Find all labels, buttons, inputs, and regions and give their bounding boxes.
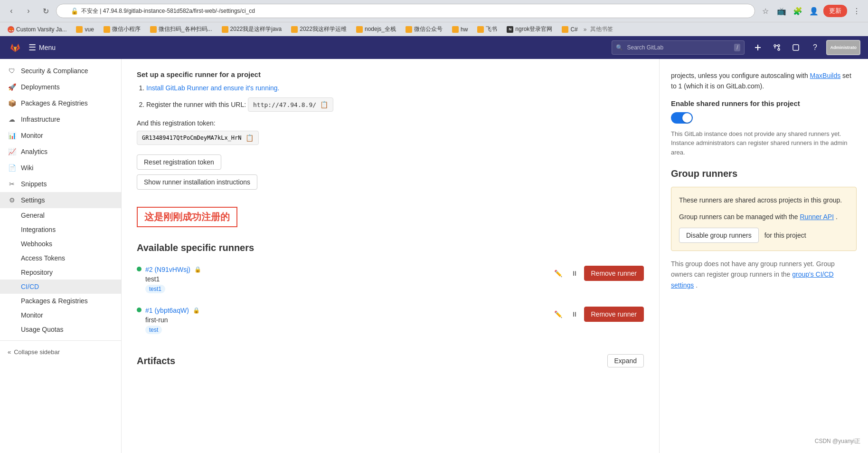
runner-pause-button-1[interactable]: ⏸ (568, 267, 581, 280)
search-icon: 🔍 (616, 44, 623, 51)
bookmark-wechat-scan[interactable]: 微信扫码_各种扫码... (146, 24, 216, 34)
sidebar-item-deployments[interactable]: 🚀 Deployments (0, 79, 121, 95)
plus-button[interactable] (750, 40, 765, 55)
bookmark-java[interactable]: 2022我是这样学java (218, 24, 286, 34)
bookmark-ngrok[interactable]: N ngrok登录官网 (503, 24, 556, 34)
runner-link-1[interactable]: #2 (N91vHWsj) (145, 266, 190, 273)
settings-icon: ⚙ (8, 196, 16, 204)
bookmark-star[interactable]: ☆ (759, 4, 772, 18)
bookmark-feishu[interactable]: 飞书 (473, 24, 501, 34)
extension-button[interactable]: 🧩 (791, 4, 804, 18)
chevron-left-icon: « (8, 348, 11, 356)
action-buttons: Reset registration token Show runner ins… (137, 154, 644, 190)
folder-icon (76, 26, 83, 33)
bookmark-custom-varsity[interactable]: 🦊 Custom Varsity Ja... (4, 25, 70, 34)
bookmarks-bar: 🦊 Custom Varsity Ja... vue 微信小程序 微信扫码_各种… (0, 22, 868, 36)
group-runners-title: Group runners (671, 168, 857, 179)
svg-point-2 (778, 45, 780, 47)
app-container: ☰ Menu 🔍 Search GitLab / ? Administrato (0, 36, 868, 453)
copy-url-button[interactable]: 📋 (320, 101, 328, 108)
sidebar-sub-access-tokens[interactable]: Access Tokens (0, 251, 121, 265)
reset-token-button[interactable]: Reset registration token (137, 154, 221, 170)
runner-api-link[interactable]: Runner API (800, 213, 834, 221)
profile-button[interactable]: 👤 (807, 4, 821, 18)
sidebar-item-snippets[interactable]: ✂ Snippets (0, 176, 121, 192)
other-bookmarks[interactable]: 其他书签 (590, 25, 613, 33)
gitlab-logo[interactable] (8, 40, 23, 55)
copy-token-button[interactable]: 📋 (245, 134, 254, 142)
expand-artifacts-button[interactable]: Expand (607, 354, 644, 367)
sidebar-item-packages[interactable]: 📦 Packages & Registries (0, 95, 121, 111)
collapse-sidebar[interactable]: « Collapse sidebar (0, 345, 121, 359)
runner-edit-button-2[interactable]: ✏️ (552, 308, 565, 321)
sidebar-sub-repository[interactable]: Repository (0, 265, 121, 280)
runner-remove-button-2[interactable]: Remove runner (584, 307, 644, 322)
update-button[interactable]: 更新 (823, 5, 847, 17)
folder-icon-5 (291, 26, 298, 33)
sidebar-sub-general[interactable]: General (0, 208, 121, 222)
bookmark-hw[interactable]: hw (448, 25, 472, 34)
bookmark-csharp[interactable]: C# (558, 25, 581, 34)
bookmark-wechat-public[interactable]: 微信公众号 (402, 24, 446, 34)
install-runner-link[interactable]: Install GitLab Runner and ensure it's ru… (146, 84, 280, 92)
runner-pause-button-2[interactable]: ⏸ (568, 308, 581, 321)
runner-edit-button-1[interactable]: ✏️ (552, 267, 565, 280)
header-icons: ? Administrato (750, 40, 860, 55)
runner-header-1: #2 (N91vHWsj) 🔒 (145, 266, 548, 273)
runner-tag-1: test1 (145, 285, 165, 293)
bookmark-devops[interactable]: 2022我这样学运维 (287, 24, 350, 34)
sidebar: 🛡 Security & Compliance 🚀 Deployments 📦 … (0, 59, 122, 453)
disable-group-runners-button[interactable]: Disable group runners (679, 228, 759, 243)
menu-dots[interactable]: ⋮ (850, 4, 863, 18)
back-button[interactable]: ‹ (5, 4, 18, 18)
runner-remove-button-1[interactable]: Remove runner (584, 266, 644, 281)
url-bar[interactable]: 🔓 不安全 | 47.94.8.9/gitlab-instance-581d58… (56, 4, 755, 18)
bookmark-nodejs[interactable]: nodejs_全栈 (352, 24, 400, 34)
sidebar-item-settings[interactable]: ⚙ Settings (0, 192, 121, 208)
sidebar-sub-webhooks[interactable]: Webhooks (0, 237, 121, 251)
sidebar-sub-monitor[interactable]: Monitor (0, 308, 121, 322)
token-section: And this registration token: GR13489417Q… (137, 119, 644, 147)
show-instructions-button[interactable]: Show runner installation instructions (137, 174, 257, 190)
toggle-row (671, 112, 857, 124)
token-value: GR13489417QtPoCmDeyMA7kLx_HrN (142, 135, 242, 141)
bookmark-wechat-mini[interactable]: 微信小程序 (100, 24, 144, 34)
issues-button[interactable] (788, 40, 803, 55)
help-button[interactable]: ? (807, 40, 822, 55)
toggle-knob (682, 113, 692, 123)
sidebar-sub-packages-reg[interactable]: Packages & Registries (0, 294, 121, 308)
sidebar-sub-cicd[interactable]: CI/CD (0, 280, 121, 294)
sidebar-item-monitor[interactable]: 📊 Monitor (0, 127, 121, 144)
search-bar[interactable]: 🔍 Search GitLab / (612, 40, 745, 55)
sidebar-nav: 🛡 Security & Compliance 🚀 Deployments 📦 … (0, 59, 121, 363)
artifacts-title: Artifacts (137, 356, 175, 366)
enable-shared-runners-section: Enable shared runners for this project T… (671, 99, 857, 157)
bookmark-vue[interactable]: vue (72, 25, 97, 34)
main-content: Set up a specific runner for a project I… (122, 59, 659, 453)
svg-point-0 (774, 45, 776, 47)
runner-url-block: http://47.94.8.9/ 📋 (248, 97, 333, 112)
forward-button[interactable]: › (22, 4, 35, 18)
folder-icon-10 (562, 26, 568, 33)
group-runners-box: These runners are shared across projects… (671, 187, 857, 251)
rocket-icon: 🚀 (8, 83, 16, 91)
sidebar-item-infrastructure[interactable]: ☁ Infrastructure (0, 111, 121, 127)
shared-runners-info-text: This GitLab instance does not provide an… (671, 129, 857, 157)
sidebar-sub-integrations[interactable]: Integrations (0, 222, 121, 237)
more-bookmarks[interactable]: » (584, 26, 587, 33)
merge-requests-button[interactable] (769, 40, 784, 55)
runner-lock-icon-1: 🔒 (194, 266, 201, 273)
refresh-button[interactable]: ↻ (39, 4, 52, 18)
sidebar-sub-usage-quotas[interactable]: Usage Quotas (0, 322, 121, 337)
sidebar-item-security[interactable]: 🛡 Security & Compliance (0, 63, 121, 79)
sidebar-item-analytics[interactable]: 📈 Analytics (0, 144, 121, 160)
maxbuilds-link[interactable]: MaxBuilds (810, 72, 841, 79)
runner-info-1: #2 (N91vHWsj) 🔒 test1 test1 (145, 266, 548, 293)
menu-button[interactable]: ☰ Menu (28, 42, 56, 53)
shared-runners-toggle[interactable] (671, 112, 693, 124)
cast-button[interactable]: 📺 (775, 4, 788, 18)
package-icon: 📦 (8, 99, 16, 107)
sidebar-item-wiki[interactable]: 📄 Wiki (0, 160, 121, 176)
runner-link-2[interactable]: #1 (ybpt6aqW) (145, 307, 189, 314)
user-avatar[interactable]: Administrato (826, 40, 860, 55)
